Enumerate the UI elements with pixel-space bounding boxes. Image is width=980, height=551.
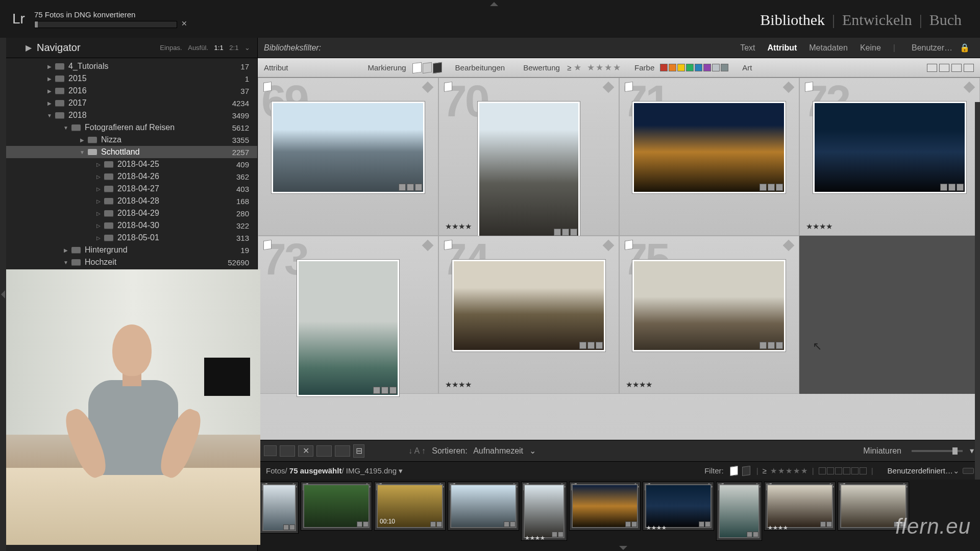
filter-tab-text[interactable]: Text xyxy=(740,43,755,53)
filter-tab-none[interactable]: Keine xyxy=(860,43,881,53)
status-chip[interactable] xyxy=(819,467,826,474)
color-chip[interactable] xyxy=(703,64,711,71)
cell-rating[interactable]: ★★★★ xyxy=(806,222,832,231)
grid-cell-74[interactable]: 74 ★★★★ xyxy=(438,236,619,394)
flag-pick-icon[interactable] xyxy=(412,62,422,73)
rating-op-icon[interactable]: ≥ xyxy=(567,63,571,72)
filmstrip[interactable]: 00:10 ★★★★ ★★★★ xyxy=(258,480,980,551)
status-reject-icon[interactable] xyxy=(742,465,750,475)
badge-icon[interactable] xyxy=(776,184,783,191)
thumbnail[interactable] xyxy=(813,102,966,193)
flag-reject-icon[interactable] xyxy=(433,62,442,73)
painter-icon[interactable]: ⊟ xyxy=(353,444,364,458)
folder-4-tutorials[interactable]: ▶ 4_Tutorials 17 xyxy=(0,60,257,72)
disclosure-icon[interactable]: ▷ xyxy=(95,223,102,229)
badge-icon[interactable] xyxy=(373,387,380,394)
grid-cell-70[interactable]: 70 ★★★★ xyxy=(438,78,619,236)
import-cancel-icon[interactable]: ✕ xyxy=(181,19,188,28)
filmstrip-thumb[interactable] xyxy=(448,482,519,531)
module-book[interactable]: Buch xyxy=(922,11,969,29)
rating-star[interactable]: ★ xyxy=(574,62,581,73)
lock-icon[interactable]: 🔒 xyxy=(960,43,970,53)
disclosure-icon[interactable]: ▼ xyxy=(62,125,69,131)
badge-icon[interactable] xyxy=(596,342,603,349)
mode-btn-3[interactable] xyxy=(951,64,962,72)
badge-icon[interactable] xyxy=(407,184,414,191)
badge-icon[interactable] xyxy=(940,184,947,191)
badge-icon[interactable] xyxy=(389,387,397,394)
filmstrip-thumb[interactable] xyxy=(716,482,762,541)
diamond-icon[interactable] xyxy=(783,82,795,93)
disclosure-icon[interactable]: ▼ xyxy=(79,149,86,155)
rating-star[interactable]: ★ xyxy=(613,62,621,73)
panel-collapse-top-icon[interactable] xyxy=(490,2,498,6)
disclosure-icon[interactable]: ▶ xyxy=(46,101,53,106)
color-chip[interactable] xyxy=(677,64,685,71)
filmstrip-thumb[interactable] xyxy=(260,482,299,534)
folder-hintergrund[interactable]: ▶ Hintergrund 19 xyxy=(0,244,257,256)
disclosure-icon[interactable]: ▶ xyxy=(26,43,32,53)
flag-icon[interactable] xyxy=(625,240,633,250)
filmstrip-thumb[interactable]: ★★★★ xyxy=(521,482,567,541)
disclosure-icon[interactable]: ▷ xyxy=(95,235,102,241)
sort-value[interactable]: Aufnahmezeit xyxy=(473,446,523,455)
filter-switch[interactable] xyxy=(963,468,974,474)
status-flag-icon[interactable] xyxy=(730,465,738,475)
grid-cell-73[interactable]: 73 xyxy=(258,236,438,394)
view-survey-icon[interactable] xyxy=(316,445,332,457)
filter-tab-metadata[interactable]: Metadaten xyxy=(809,43,848,53)
badge-icon[interactable] xyxy=(776,342,783,349)
badge-icon[interactable] xyxy=(399,184,406,191)
color-chip[interactable] xyxy=(721,64,728,71)
disclosure-icon[interactable]: ▷ xyxy=(95,198,102,204)
badge-icon[interactable] xyxy=(415,184,422,191)
badge-icon[interactable] xyxy=(760,342,767,349)
status-chevron-icon[interactable]: ⌄ xyxy=(953,466,960,475)
flag-unpick-icon[interactable] xyxy=(423,62,432,73)
module-library[interactable]: Bibliothek xyxy=(753,11,832,29)
disclosure-icon[interactable]: ▷ xyxy=(95,174,102,180)
badge-icon[interactable] xyxy=(570,229,577,236)
badge-icon[interactable] xyxy=(768,342,775,349)
flag-icon[interactable] xyxy=(625,82,633,92)
filmstrip-thumb[interactable]: ★★★★ xyxy=(643,482,714,531)
filmstrip-thumb[interactable] xyxy=(301,482,372,531)
mode-btn-1[interactable] xyxy=(927,64,937,72)
view-compare-icon[interactable]: ✕ xyxy=(298,445,313,457)
module-develop[interactable]: Entwickeln xyxy=(835,11,919,29)
color-chip[interactable] xyxy=(686,64,694,71)
toolbar-chevron-icon[interactable]: ▾ xyxy=(970,446,974,456)
rating-star[interactable]: ★ xyxy=(587,62,595,73)
cell-rating[interactable]: ★★★★ xyxy=(445,222,472,231)
diamond-icon[interactable] xyxy=(783,240,795,252)
color-chip[interactable] xyxy=(660,64,668,71)
folder-2018-04-30[interactable]: ▷ 2018-04-30 322 xyxy=(0,219,257,232)
folder-hochzeit[interactable]: ▼ Hochzeit 52690 xyxy=(0,256,257,268)
thumbnail[interactable] xyxy=(632,102,786,193)
diamond-icon[interactable] xyxy=(964,82,975,93)
mode-btn-4[interactable] xyxy=(964,64,974,72)
badge-icon[interactable] xyxy=(957,184,964,191)
disclosure-icon[interactable]: ▼ xyxy=(46,113,53,118)
badge-icon[interactable] xyxy=(562,229,569,236)
filmstrip-thumb[interactable]: ★★★★ xyxy=(764,482,836,531)
color-chip[interactable] xyxy=(695,64,702,71)
folder-2018-04-28[interactable]: ▷ 2018-04-28 168 xyxy=(0,195,257,207)
folder-2018-04-27[interactable]: ▷ 2018-04-27 403 xyxy=(0,183,257,195)
badge-icon[interactable] xyxy=(381,387,388,394)
view-grid-icon[interactable] xyxy=(264,445,277,456)
diamond-icon[interactable] xyxy=(422,82,433,93)
flag-icon[interactable] xyxy=(263,82,272,92)
grid-cell-75[interactable]: 75 ★★★★ xyxy=(619,236,800,394)
disclosure-icon[interactable]: ▷ xyxy=(95,186,102,192)
flag-icon[interactable] xyxy=(444,82,452,92)
folder-nizza[interactable]: ▶ Nizza 3355 xyxy=(0,134,257,146)
badge-icon[interactable] xyxy=(554,229,561,236)
folder-fotografieren-auf-reisen[interactable]: ▼ Fotografieren auf Reisen 5612 xyxy=(0,121,257,134)
grid-cell-71[interactable]: 71 xyxy=(619,78,800,236)
folder-2018[interactable]: ▼ 2018 3499 xyxy=(0,109,257,121)
disclosure-icon[interactable]: ▶ xyxy=(79,137,86,143)
badge-icon[interactable] xyxy=(948,184,955,191)
disclosure-icon[interactable]: ▷ xyxy=(95,211,102,216)
folder-2015[interactable]: ▶ 2015 1 xyxy=(0,72,257,85)
